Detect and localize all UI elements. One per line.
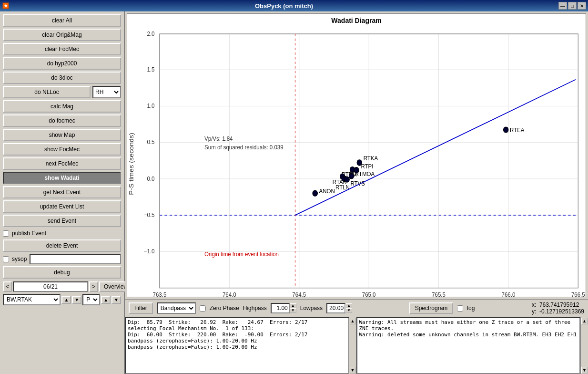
next-button[interactable]: > xyxy=(89,281,98,292)
title-bar: ★ ObsPyck (on mitch) — □ ✕ xyxy=(0,0,588,11)
svg-text:2.0: 2.0 xyxy=(147,30,155,37)
svg-text:765.0: 765.0 xyxy=(362,291,376,297)
phase-up-button[interactable]: ▲ xyxy=(101,296,111,304)
svg-text:RTVS: RTVS xyxy=(350,180,365,187)
clear-all-button[interactable]: clear All xyxy=(3,14,121,27)
highpass-input[interactable]: 1.00 xyxy=(271,303,290,313)
do-3dloc-button[interactable]: do 3dloc xyxy=(3,72,121,84)
calc-mag-button[interactable]: calc Mag xyxy=(3,100,121,113)
station-select[interactable]: BW.RTAK xyxy=(3,294,61,305)
svg-point-40 xyxy=(503,127,508,133)
lowpass-input[interactable]: 20.00 xyxy=(326,303,345,313)
nlloc-select[interactable]: RH xyxy=(92,86,121,98)
sysop-checkbox[interactable] xyxy=(3,256,9,262)
delete-event-button[interactable]: delete Event xyxy=(3,239,121,252)
svg-text:★: ★ xyxy=(4,3,8,8)
bandpass-select[interactable]: Bandpass Lowpass Highpass xyxy=(157,302,196,314)
svg-point-52 xyxy=(349,173,354,179)
lowpass-label: Lowpass xyxy=(300,305,323,312)
main-content: clear All clear Orig&Mag clear FocMec do… xyxy=(0,11,588,374)
zero-phase-label: Zero Phase xyxy=(210,305,239,312)
publish-event-label: publish Event xyxy=(12,230,46,237)
sysop-input[interactable] xyxy=(30,254,121,264)
window-controls: — □ ✕ xyxy=(558,2,588,10)
spectrogram-button[interactable]: Spectrogram xyxy=(409,302,454,314)
lowpass-down-button[interactable]: ▼ xyxy=(345,308,352,313)
chart-area: Wadati Diagram xyxy=(127,13,586,297)
log-left: Dip: 85.79 Strike: 26.92 Rake: 24.67 Err… xyxy=(125,317,349,374)
right-panel: Wadati Diagram xyxy=(125,11,588,374)
clear-orig-mag-button[interactable]: clear Orig&Mag xyxy=(3,29,121,41)
publish-event-checkbox[interactable] xyxy=(3,230,9,237)
y-value: -0.127192513369 xyxy=(539,308,584,315)
station-up-button[interactable]: ▲ xyxy=(61,296,71,304)
minimize-button[interactable]: — xyxy=(558,2,567,10)
update-event-list-button[interactable]: update Event List xyxy=(3,200,121,213)
phase-down-button[interactable]: ▼ xyxy=(112,296,121,304)
svg-text:RTPI: RTPI xyxy=(361,163,373,170)
highpass-label: Highpass xyxy=(243,305,267,312)
svg-point-56 xyxy=(313,190,317,196)
svg-text:RTMOA: RTMOA xyxy=(355,170,375,177)
highpass-up-button[interactable]: ▲ xyxy=(290,303,296,308)
svg-text:−0.5: −0.5 xyxy=(144,211,155,218)
show-wadati-button[interactable]: show Wadati xyxy=(3,172,121,184)
do-focmec-button[interactable]: do focmec xyxy=(3,114,121,127)
app-icon: ★ xyxy=(0,0,10,11)
svg-text:RTKA: RTKA xyxy=(364,155,378,162)
log-right: Warning: All streams must have either on… xyxy=(356,317,581,374)
close-button[interactable]: ✕ xyxy=(578,2,586,10)
nav-row: < 06/21 > Overview xyxy=(3,281,121,292)
clear-focmec-button[interactable]: clear FocMec xyxy=(3,43,121,55)
svg-text:0.5: 0.5 xyxy=(147,139,155,146)
log-left-scroll-up[interactable]: ▲ xyxy=(350,318,356,324)
show-focmec-button[interactable]: show FocMec xyxy=(3,143,121,156)
phase-select[interactable]: P xyxy=(82,294,100,305)
nlloc-row: do NLLoc RH xyxy=(3,86,121,98)
wadati-chart: 2.0 1.5 1.0 0.5 0.0 −0.5 −1.0 763.5 764.… xyxy=(127,25,586,297)
svg-text:RTLN: RTLN xyxy=(335,184,350,191)
do-nlloc-button[interactable]: do NLLoc xyxy=(3,86,91,98)
svg-text:764.5: 764.5 xyxy=(292,291,306,297)
sysop-row: sysop xyxy=(3,254,121,264)
show-map-button[interactable]: show Map xyxy=(3,129,121,141)
svg-text:Vp/Vs: 1.84: Vp/Vs: 1.84 xyxy=(204,135,233,142)
svg-text:0.0: 0.0 xyxy=(147,175,155,182)
prev-button[interactable]: < xyxy=(3,281,12,292)
next-focmec-button[interactable]: next FocMec xyxy=(3,157,121,170)
svg-point-54 xyxy=(345,177,349,182)
debug-button[interactable]: debug xyxy=(3,266,121,279)
station-down-button[interactable]: ▼ xyxy=(72,296,81,304)
log-right-scroll-up[interactable]: ▲ xyxy=(581,318,588,324)
log-left-scroll-down[interactable]: ▼ xyxy=(350,367,356,374)
window-title: ObsPyck (on mitch) xyxy=(10,2,558,10)
maximize-button[interactable]: □ xyxy=(568,2,577,10)
coords-display: x: 763.741795912 y: -0.127192513369 xyxy=(532,301,584,315)
highpass-spin-buttons: ▲ ▼ xyxy=(290,303,296,313)
svg-text:1.5: 1.5 xyxy=(147,66,155,73)
date-field[interactable]: 06/21 xyxy=(13,281,88,292)
chart-title: Wadati Diagram xyxy=(127,14,586,25)
svg-text:Sum of squared residuals: 0.03: Sum of squared residuals: 0.039 xyxy=(204,144,284,151)
svg-text:766.0: 766.0 xyxy=(502,291,516,297)
log-right-scroll-down[interactable]: ▼ xyxy=(581,367,588,374)
do-hyp2000-button[interactable]: do hyp2000 xyxy=(3,57,121,70)
filter-button[interactable]: Filter xyxy=(129,302,153,314)
svg-text:1.0: 1.0 xyxy=(147,102,155,109)
zero-phase-checkbox[interactable] xyxy=(200,305,206,312)
highpass-spin: 1.00 ▲ ▼ xyxy=(271,303,296,313)
highpass-down-button[interactable]: ▼ xyxy=(290,308,296,313)
send-event-button[interactable]: send Event xyxy=(3,215,121,227)
bottom-toolbar: Filter Bandpass Lowpass Highpass Zero Ph… xyxy=(125,299,588,317)
lowpass-up-button[interactable]: ▲ xyxy=(345,303,352,308)
svg-text:765.5: 765.5 xyxy=(432,291,446,297)
lowpass-spin-buttons: ▲ ▼ xyxy=(345,303,352,313)
get-next-event-button[interactable]: get Next Event xyxy=(3,186,121,198)
y-label: y: xyxy=(532,308,536,315)
x-value: 763.741795912 xyxy=(539,301,579,308)
svg-text:ANON: ANON xyxy=(319,187,335,195)
svg-text:Origin time from event locatio: Origin time from event location xyxy=(204,250,279,258)
log-checkbox[interactable] xyxy=(457,305,463,312)
svg-text:766.5: 766.5 xyxy=(571,291,585,297)
station-row: BW.RTAK ▲ ▼ P ▲ ▼ xyxy=(3,294,121,305)
